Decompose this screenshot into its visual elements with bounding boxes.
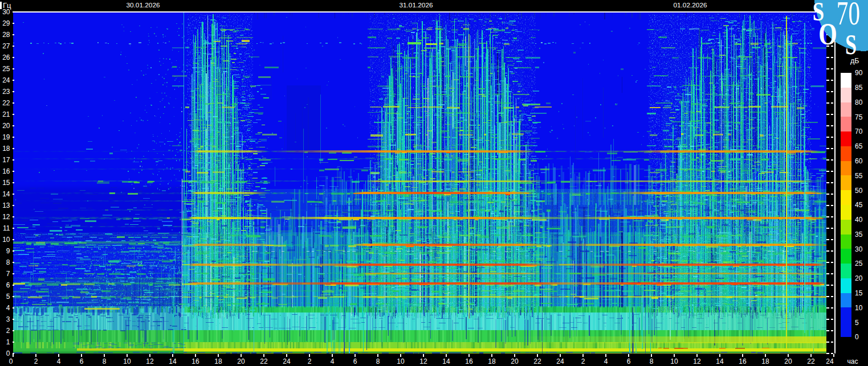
svg-text:14: 14 bbox=[169, 357, 177, 365]
svg-text:12: 12 bbox=[693, 357, 701, 365]
svg-text:2: 2 bbox=[581, 357, 585, 365]
svg-text:час: час bbox=[847, 357, 858, 365]
svg-text:14: 14 bbox=[442, 357, 450, 365]
svg-text:5: 5 bbox=[855, 319, 859, 327]
svg-text:16: 16 bbox=[465, 357, 473, 365]
svg-text:10: 10 bbox=[397, 357, 405, 365]
svg-text:18: 18 bbox=[488, 357, 496, 365]
svg-text:85: 85 bbox=[855, 84, 863, 92]
svg-text:24: 24 bbox=[2, 76, 10, 84]
svg-text:4: 4 bbox=[604, 357, 608, 365]
svg-text:31.01.2026: 31.01.2026 bbox=[399, 1, 433, 9]
svg-text:40: 40 bbox=[855, 216, 863, 224]
svg-text:30.01.2026: 30.01.2026 bbox=[126, 1, 160, 9]
svg-text:22: 22 bbox=[2, 99, 10, 107]
svg-text:1: 1 bbox=[6, 338, 10, 346]
svg-text:20: 20 bbox=[237, 357, 245, 365]
svg-text:24: 24 bbox=[556, 357, 564, 365]
svg-text:29: 29 bbox=[2, 19, 10, 27]
svg-text:16: 16 bbox=[191, 357, 199, 365]
svg-text:21: 21 bbox=[2, 110, 10, 118]
svg-text:5: 5 bbox=[6, 293, 10, 301]
svg-text:7: 7 bbox=[6, 270, 10, 278]
svg-text:8: 8 bbox=[103, 357, 107, 365]
svg-text:9: 9 bbox=[6, 247, 10, 255]
svg-text:30: 30 bbox=[855, 245, 863, 253]
svg-text:10: 10 bbox=[670, 357, 678, 365]
svg-text:55: 55 bbox=[855, 172, 863, 180]
svg-text:8: 8 bbox=[376, 357, 380, 365]
svg-text:22: 22 bbox=[533, 357, 541, 365]
svg-text:16: 16 bbox=[2, 167, 10, 175]
svg-text:S: S bbox=[845, 28, 857, 60]
svg-text:20: 20 bbox=[784, 357, 792, 365]
svg-text:4: 4 bbox=[57, 357, 61, 365]
svg-text:18: 18 bbox=[214, 357, 222, 365]
svg-text:60: 60 bbox=[855, 157, 863, 165]
svg-text:3: 3 bbox=[6, 315, 10, 323]
svg-text:10: 10 bbox=[2, 236, 10, 244]
svg-text:12: 12 bbox=[419, 357, 427, 365]
svg-text:17: 17 bbox=[2, 156, 10, 164]
svg-text:6: 6 bbox=[80, 357, 84, 365]
svg-text:45: 45 bbox=[855, 201, 863, 209]
svg-text:10: 10 bbox=[855, 304, 863, 312]
svg-text:80: 80 bbox=[855, 98, 863, 106]
svg-text:14: 14 bbox=[716, 357, 724, 365]
svg-text:70: 70 bbox=[855, 128, 863, 135]
svg-text:12: 12 bbox=[146, 357, 154, 365]
svg-text:90: 90 bbox=[855, 69, 863, 77]
svg-text:24: 24 bbox=[826, 357, 834, 365]
svg-text:14: 14 bbox=[2, 190, 10, 198]
svg-text:16: 16 bbox=[739, 357, 747, 365]
svg-text:22: 22 bbox=[807, 357, 815, 365]
svg-text:2: 2 bbox=[308, 357, 312, 365]
svg-text:22: 22 bbox=[260, 357, 268, 365]
svg-text:11: 11 bbox=[3, 224, 10, 232]
svg-text:27: 27 bbox=[2, 42, 10, 50]
svg-text:25: 25 bbox=[2, 65, 10, 73]
svg-text:15: 15 bbox=[2, 179, 10, 187]
svg-text:8: 8 bbox=[650, 357, 654, 365]
svg-text:19: 19 bbox=[2, 133, 10, 141]
svg-text:13: 13 bbox=[2, 201, 10, 209]
svg-text:2: 2 bbox=[6, 327, 10, 335]
svg-text:4: 4 bbox=[6, 304, 10, 312]
svg-text:65: 65 bbox=[855, 142, 863, 150]
svg-text:4: 4 bbox=[331, 357, 335, 365]
svg-text:28: 28 bbox=[2, 31, 10, 39]
svg-text:6: 6 bbox=[627, 357, 631, 365]
svg-text:20: 20 bbox=[2, 122, 10, 130]
svg-text:12: 12 bbox=[2, 213, 10, 221]
svg-text:70: 70 bbox=[837, 0, 860, 32]
svg-text:20: 20 bbox=[511, 357, 519, 365]
svg-text:6: 6 bbox=[353, 357, 357, 365]
svg-text:0: 0 bbox=[6, 349, 10, 357]
svg-text:50: 50 bbox=[855, 187, 863, 195]
svg-text:2: 2 bbox=[34, 357, 38, 365]
svg-text:0: 0 bbox=[9, 357, 13, 365]
svg-text:18: 18 bbox=[761, 357, 769, 365]
svg-text:6: 6 bbox=[6, 281, 10, 289]
svg-text:75: 75 bbox=[855, 113, 863, 121]
svg-text:10: 10 bbox=[123, 357, 131, 365]
svg-text:8: 8 bbox=[6, 258, 10, 266]
svg-text:01.02.2026: 01.02.2026 bbox=[673, 1, 707, 9]
svg-text:35: 35 bbox=[855, 231, 863, 238]
svg-text:O: O bbox=[818, 16, 837, 51]
svg-text:24: 24 bbox=[283, 357, 291, 365]
svg-text:0: 0 bbox=[855, 333, 859, 341]
svg-text:25: 25 bbox=[855, 260, 863, 268]
svg-text:Гц: Гц bbox=[3, 1, 11, 10]
svg-text:20: 20 bbox=[855, 274, 863, 282]
svg-text:26: 26 bbox=[2, 54, 10, 61]
svg-text:15: 15 bbox=[855, 289, 863, 297]
svg-text:23: 23 bbox=[2, 88, 10, 96]
svg-text:18: 18 bbox=[2, 145, 10, 153]
